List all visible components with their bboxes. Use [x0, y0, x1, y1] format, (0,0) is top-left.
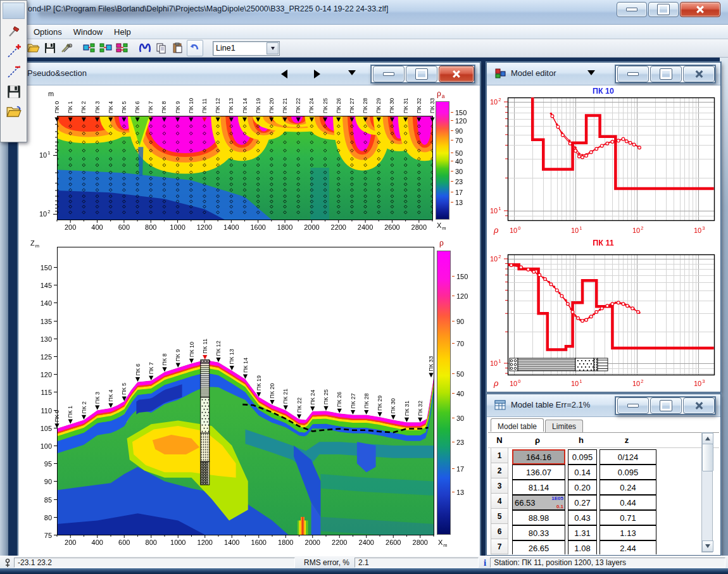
- cell-z[interactable]: 2.44: [599, 540, 656, 554]
- window-title: ond-IP [C:\Program Files\Borland\Delphi7…: [28, 4, 389, 13]
- cell-rho[interactable]: 26.65: [512, 540, 565, 554]
- cell-z[interactable]: 0.24: [599, 480, 656, 495]
- table-row: 726.651.082.44: [488, 539, 719, 554]
- cell-rho[interactable]: 66.531E050.1: [512, 495, 565, 510]
- palette-open-button[interactable]: [4, 102, 23, 122]
- copy-button[interactable]: [154, 41, 169, 56]
- row-number: 3: [491, 478, 508, 494]
- editor-maximize-button[interactable]: [650, 66, 682, 82]
- cell-h[interactable]: 0.095: [568, 449, 597, 465]
- inversion-icon: [99, 42, 112, 54]
- cell-rho[interactable]: 81.14: [512, 480, 565, 495]
- add-sounding-button[interactable]: [4, 41, 23, 61]
- settings-button[interactable]: [59, 41, 74, 56]
- cell-rho[interactable]: 80.33: [512, 525, 565, 540]
- titlebar[interactable]: ond-IP [C:\Program Files\Borland\Delphi7…: [0, 0, 728, 25]
- palette-save-button[interactable]: [4, 82, 23, 101]
- cell-z[interactable]: 0.44: [599, 495, 656, 510]
- cell-h[interactable]: 0.14: [568, 465, 597, 480]
- open-folder-icon: [6, 105, 22, 119]
- cell-rho[interactable]: 164.16: [512, 449, 565, 465]
- cell-h[interactable]: 1.31: [568, 525, 597, 540]
- tools-icon: [60, 42, 73, 54]
- minimize-icon: [627, 72, 639, 76]
- model-editor-titlebar[interactable]: Model editor: [487, 63, 720, 85]
- save-button[interactable]: [42, 41, 58, 56]
- add-line-icon: [6, 44, 22, 59]
- model-section-plot[interactable]: [20, 238, 477, 553]
- preview-button[interactable]: [137, 41, 153, 56]
- minimize-button[interactable]: [617, 2, 647, 17]
- editor-minimize-button[interactable]: [617, 66, 649, 82]
- next-station-button[interactable]: [308, 68, 327, 80]
- table-row: 1164.160.0950/124: [488, 448, 719, 463]
- start-inversion-button[interactable]: [98, 41, 113, 56]
- undo-button[interactable]: [187, 40, 203, 56]
- arrow-down-icon: [705, 544, 710, 551]
- cell-h[interactable]: 0.27: [568, 495, 597, 510]
- cell-h[interactable]: 0.20: [568, 480, 597, 495]
- model-table-titlebar[interactable]: Model table Err=2.1%: [487, 394, 720, 417]
- editor-menu-button[interactable]: [582, 68, 601, 80]
- window-bottom-border: [0, 568, 728, 574]
- table-maximize-button[interactable]: [650, 397, 682, 414]
- cell-z[interactable]: 1.13: [599, 525, 656, 540]
- paste-icon: [172, 42, 184, 54]
- palette-grip[interactable]: [3, 3, 25, 19]
- menu-help[interactable]: Help: [108, 27, 137, 37]
- line-selector[interactable]: Line1: [213, 41, 280, 56]
- smooth-model-button[interactable]: [82, 41, 97, 56]
- prev-station-button[interactable]: [274, 68, 293, 80]
- remove-line-icon: [6, 64, 22, 79]
- cell-rho[interactable]: 136.07: [512, 465, 565, 480]
- paste-button[interactable]: [170, 41, 185, 56]
- model-settings-button[interactable]: [115, 41, 130, 56]
- sounding-plot-pk11[interactable]: [487, 238, 719, 389]
- info-icon: i: [484, 558, 486, 568]
- sounding-plot-pk10[interactable]: [487, 86, 719, 237]
- remove-sounding-button[interactable]: [4, 61, 23, 81]
- mdi-area: Pseudo&section Model editor: [0, 58, 728, 556]
- table-close-button[interactable]: [683, 397, 715, 414]
- rms-error-label: RMS error, %: [295, 558, 355, 567]
- cell-z[interactable]: 0.71: [599, 510, 656, 525]
- scroll-up-button[interactable]: [702, 433, 713, 444]
- scrollbar-thumb[interactable]: [702, 444, 713, 471]
- table-row: 2136.070.140.095: [488, 463, 719, 478]
- row-number: 2: [491, 463, 508, 478]
- pseudo-close-button[interactable]: [439, 66, 474, 82]
- table-minimize-button[interactable]: [617, 397, 649, 414]
- table-header: Nρhz: [488, 433, 719, 448]
- edit-model-button[interactable]: [4, 21, 23, 41]
- menu-window[interactable]: Window: [68, 27, 108, 37]
- maximize-button[interactable]: [648, 2, 679, 17]
- menu-options[interactable]: Options: [28, 27, 68, 37]
- model-table: Nρhz1164.160.0950/1242136.070.140.095381…: [488, 432, 719, 554]
- table-row: 588.980.430.71: [488, 509, 719, 524]
- pseudosection-titlebar[interactable]: Pseudo&section: [18, 63, 480, 85]
- close-icon: [696, 6, 705, 13]
- pseudosection-plot[interactable]: [20, 86, 477, 237]
- col-header-2: h: [567, 433, 596, 447]
- tab-limites[interactable]: Limites: [545, 420, 583, 433]
- station-menu-button[interactable]: [342, 68, 361, 80]
- table-scrollbar[interactable]: [701, 432, 713, 552]
- line-selector-dropdown-button[interactable]: [267, 42, 279, 54]
- cell-h[interactable]: 1.08: [568, 540, 597, 554]
- cell-z[interactable]: 0.095: [599, 465, 656, 480]
- tab-model-table[interactable]: Model table: [491, 418, 544, 432]
- model-editor-title: Model editor: [511, 68, 556, 78]
- editor-close-button[interactable]: [683, 66, 715, 82]
- cell-h[interactable]: 0.43: [568, 510, 597, 525]
- close-button[interactable]: [680, 2, 720, 17]
- pseudo-minimize-button[interactable]: [373, 66, 405, 82]
- close-icon: [695, 70, 703, 78]
- arrow-right-icon: [314, 70, 325, 78]
- arrow-down-icon: [587, 70, 595, 79]
- pseudo-maximize-button[interactable]: [406, 66, 437, 82]
- tool-palette[interactable]: [0, 0, 27, 142]
- cell-z[interactable]: 0/124: [599, 449, 656, 465]
- open-button[interactable]: [26, 41, 41, 56]
- scroll-down-button[interactable]: [702, 540, 713, 552]
- cell-rho[interactable]: 88.98: [512, 510, 565, 525]
